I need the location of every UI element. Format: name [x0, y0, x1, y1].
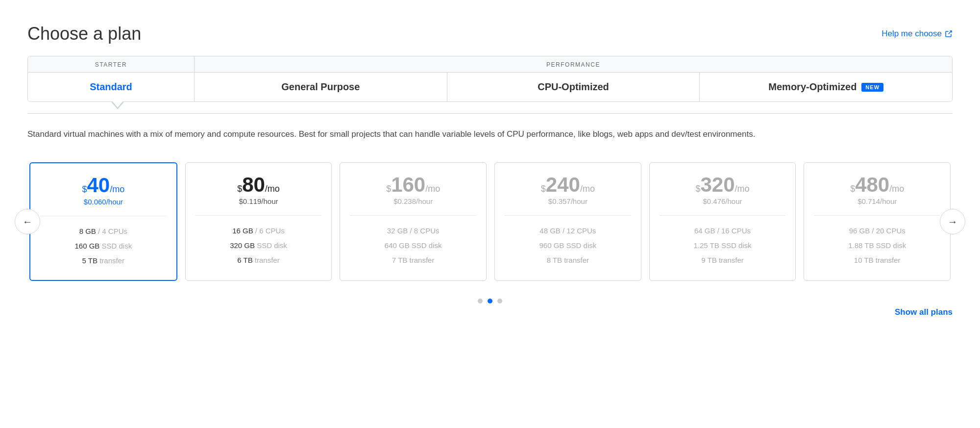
- new-badge: NEW: [861, 83, 883, 92]
- plan-transfer: 8 TB transfer: [505, 253, 631, 268]
- performance-subtypes: General Purpose CPU-Optimized Memory-Opt…: [195, 73, 952, 101]
- starter-category-label: STARTER: [28, 56, 194, 73]
- plans-wrapper: ← $ 40 /mo $0.060/hour 8 GB / 4 CPUs 160…: [27, 158, 953, 285]
- plan-disk: 1.88 TB SSD disk: [814, 238, 940, 253]
- plan-price-row: $ 240 /mo: [541, 175, 595, 195]
- tab-triangle: [111, 101, 124, 109]
- plan-hourly: $0.476/hour: [703, 197, 742, 205]
- tab-cpu-optimized[interactable]: CPU-Optimized: [447, 73, 700, 101]
- next-arrow-button[interactable]: →: [940, 209, 965, 234]
- plan-per: /mo: [735, 184, 750, 194]
- plan-card-plan-40[interactable]: $ 40 /mo $0.060/hour 8 GB / 4 CPUs 160 G…: [29, 162, 177, 281]
- plan-ram-cpu: 32 GB / 8 CPUs: [350, 224, 476, 238]
- plan-amount: 160: [391, 175, 425, 195]
- tab-performance: PERFORMANCE General Purpose CPU-Optimize…: [195, 56, 952, 101]
- plan-divider: [196, 215, 322, 216]
- plan-ram-cpu: 8 GB / 4 CPUs: [40, 224, 167, 239]
- plan-specs: 96 GB / 20 CPUs 1.88 TB SSD disk 10 TB t…: [814, 224, 940, 268]
- plan-disk: 640 GB SSD disk: [350, 238, 476, 253]
- memory-optimized-label: Memory-Optimized: [768, 81, 857, 93]
- plan-divider: [40, 216, 167, 216]
- plans-grid: $ 40 /mo $0.060/hour 8 GB / 4 CPUs 160 G…: [27, 158, 953, 285]
- cpu-optimized-label: CPU-Optimized: [538, 81, 609, 93]
- plan-hourly: $0.238/hour: [393, 197, 433, 205]
- plan-dollar: $: [82, 184, 87, 195]
- tab-starter[interactable]: STARTER Standard: [28, 56, 195, 101]
- help-link[interactable]: Help me choose: [882, 29, 953, 39]
- plan-per: /mo: [580, 184, 595, 194]
- plan-transfer: 10 TB transfer: [814, 253, 940, 268]
- bottom-row: Show all plans: [27, 307, 953, 317]
- show-all-plans-link[interactable]: Show all plans: [895, 307, 953, 317]
- plan-divider: [505, 215, 631, 216]
- plan-transfer: 9 TB transfer: [660, 253, 786, 268]
- tab-memory-optimized[interactable]: Memory-Optimized NEW: [700, 73, 952, 101]
- right-arrow-icon: →: [948, 216, 957, 227]
- plan-price-row: $ 320 /mo: [695, 175, 749, 195]
- plan-tabs: STARTER Standard PERFORMANCE General Pur…: [27, 56, 953, 102]
- tab-indicator: [27, 102, 953, 114]
- plan-description: Standard virtual machines with a mix of …: [27, 127, 811, 141]
- plan-dollar: $: [850, 184, 855, 194]
- plan-dollar: $: [237, 184, 242, 194]
- plan-divider: [350, 215, 476, 216]
- standard-tab-button[interactable]: Standard: [28, 73, 194, 101]
- plan-price-row: $ 80 /mo: [237, 175, 280, 195]
- pagination-dots: [27, 299, 953, 303]
- plan-dollar: $: [695, 184, 700, 194]
- plan-hourly: $0.119/hour: [239, 197, 278, 205]
- tab-general-purpose[interactable]: General Purpose: [195, 73, 447, 101]
- plan-per: /mo: [110, 184, 124, 195]
- plan-ram-cpu: 16 GB / 6 CPUs: [196, 224, 322, 238]
- plan-per: /mo: [425, 184, 440, 194]
- plan-amount: 240: [546, 175, 580, 195]
- header-row: Choose a plan Help me choose: [27, 24, 953, 44]
- plan-hourly: $0.357/hour: [548, 197, 588, 205]
- plan-specs: 64 GB / 16 CPUs 1.25 TB SSD disk 9 TB tr…: [660, 224, 786, 268]
- plan-specs: 8 GB / 4 CPUs 160 GB SSD disk 5 TB trans…: [40, 224, 167, 268]
- plan-ram-cpu: 64 GB / 16 CPUs: [660, 224, 786, 238]
- plan-card-plan-480[interactable]: $ 480 /mo $0.714/hour 96 GB / 20 CPUs 1.…: [804, 162, 951, 281]
- plan-hourly: $0.060/hour: [84, 198, 123, 206]
- plan-ram-cpu: 48 GB / 12 CPUs: [505, 224, 631, 238]
- plan-specs: 32 GB / 8 CPUs 640 GB SSD disk 7 TB tran…: [350, 224, 476, 268]
- plan-card-plan-160[interactable]: $ 160 /mo $0.238/hour 32 GB / 8 CPUs 640…: [340, 162, 487, 281]
- plan-dollar: $: [386, 184, 391, 194]
- plan-per: /mo: [265, 184, 280, 194]
- plan-specs: 16 GB / 6 CPUs 320 GB SSD disk 6 TB tran…: [196, 224, 322, 268]
- plan-disk: 960 GB SSD disk: [505, 238, 631, 253]
- prev-arrow-button[interactable]: ←: [15, 209, 40, 234]
- plan-divider: [660, 215, 786, 216]
- plan-disk: 1.25 TB SSD disk: [660, 238, 786, 253]
- pagination-dot-3[interactable]: [497, 299, 502, 303]
- performance-category-label: PERFORMANCE: [195, 56, 952, 73]
- left-arrow-icon: ←: [23, 216, 32, 227]
- page-container: Choose a plan Help me choose STARTER Sta…: [0, 0, 980, 428]
- plan-amount: 80: [242, 175, 265, 195]
- plan-price-row: $ 40 /mo: [82, 175, 124, 196]
- pagination-dot-1[interactable]: [478, 299, 483, 303]
- plan-amount: 320: [700, 175, 735, 195]
- plan-divider: [814, 215, 940, 216]
- plan-disk: 160 GB SSD disk: [40, 239, 167, 253]
- plan-transfer: 7 TB transfer: [350, 253, 476, 268]
- external-link-icon: [945, 30, 953, 38]
- plan-dollar: $: [541, 184, 546, 194]
- plan-per: /mo: [889, 184, 904, 194]
- pagination-dot-2[interactable]: [488, 299, 492, 303]
- plan-transfer: 5 TB transfer: [40, 253, 167, 268]
- plan-card-plan-240[interactable]: $ 240 /mo $0.357/hour 48 GB / 12 CPUs 96…: [494, 162, 641, 281]
- plan-specs: 48 GB / 12 CPUs 960 GB SSD disk 8 TB tra…: [505, 224, 631, 268]
- plan-amount: 480: [855, 175, 889, 195]
- help-link-text: Help me choose: [882, 29, 942, 39]
- plan-card-plan-320[interactable]: $ 320 /mo $0.476/hour 64 GB / 16 CPUs 1.…: [649, 162, 796, 281]
- page-title: Choose a plan: [27, 24, 141, 44]
- plan-price-row: $ 160 /mo: [386, 175, 440, 195]
- plan-card-plan-80[interactable]: $ 80 /mo $0.119/hour 16 GB / 6 CPUs 320 …: [185, 162, 332, 281]
- plan-amount: 40: [87, 175, 110, 196]
- plan-hourly: $0.714/hour: [858, 197, 897, 205]
- plan-ram-cpu: 96 GB / 20 CPUs: [814, 224, 940, 238]
- general-purpose-label: General Purpose: [281, 81, 360, 93]
- plan-disk: 320 GB SSD disk: [196, 238, 322, 253]
- plan-price-row: $ 480 /mo: [850, 175, 904, 195]
